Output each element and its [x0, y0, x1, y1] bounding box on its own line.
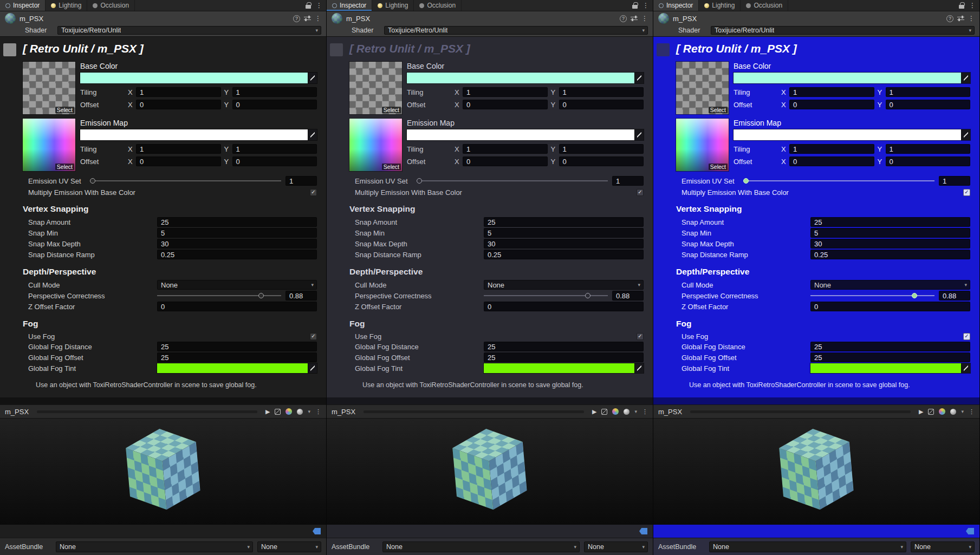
eyedropper-icon[interactable]	[961, 73, 970, 83]
emission-tiling-y-field[interactable]: 1	[232, 144, 317, 154]
base-color-swatch[interactable]	[734, 73, 970, 83]
base-offset-x-field[interactable]: 0	[789, 100, 874, 109]
material-preview-viewport[interactable]	[653, 419, 979, 525]
emission-texture-slot[interactable]: Select	[23, 119, 75, 171]
tab-lighting[interactable]: Lighting	[372, 0, 414, 11]
global-fog-tint-swatch[interactable]	[810, 363, 970, 373]
tab-inspector[interactable]: Inspector	[0, 0, 46, 11]
preview-kebab-icon[interactable]: ⋮	[642, 409, 648, 415]
header-kebab-icon[interactable]: ⋮	[315, 15, 321, 22]
lock-icon[interactable]	[306, 5, 311, 9]
global-fog-distance-field[interactable]: 25	[157, 342, 317, 351]
base-tiling-x-field[interactable]: 1	[463, 87, 548, 97]
tab-inspector[interactable]: Inspector	[327, 0, 372, 11]
eyedropper-icon[interactable]	[634, 363, 644, 373]
tab-occlusion[interactable]: Occlusion	[87, 0, 135, 11]
emission-tiling-x-field[interactable]: 1	[789, 144, 874, 154]
base-tiling-x-field[interactable]: 1	[789, 87, 874, 97]
base-offset-y-field[interactable]: 0	[559, 100, 644, 109]
eyedropper-icon[interactable]	[961, 129, 970, 140]
cull-mode-dropdown[interactable]: None ▾	[810, 280, 970, 290]
z-offset-factor-field[interactable]: 0	[810, 302, 970, 311]
slider-knob[interactable]	[90, 178, 95, 184]
help-icon[interactable]: ?	[293, 15, 300, 22]
emission-offset-y-field[interactable]: 0	[886, 156, 971, 166]
emission-tiling-y-field[interactable]: 1	[559, 144, 644, 154]
slider-knob[interactable]	[743, 178, 749, 184]
emission-uv-set-field[interactable]: 1	[939, 176, 970, 186]
select-button[interactable]: Select	[382, 107, 401, 113]
assetbundle-dropdown[interactable]: None ▾	[56, 541, 253, 552]
lock-icon[interactable]	[632, 5, 638, 9]
global-fog-tint-swatch[interactable]	[484, 363, 644, 373]
preview-drag-handle[interactable]	[364, 410, 584, 413]
presets-icon[interactable]	[304, 16, 311, 22]
play-icon[interactable]: ▶	[919, 409, 923, 415]
snap-distance-ramp-field[interactable]: 0.25	[810, 250, 970, 259]
play-icon[interactable]: ▶	[265, 409, 270, 415]
base-color-texture-slot[interactable]: Select	[23, 62, 75, 114]
global-fog-distance-field[interactable]: 25	[810, 342, 970, 351]
use-fog-checkbox[interactable]: ✓	[310, 333, 317, 340]
slider-knob[interactable]	[912, 293, 917, 298]
perspective-correctness-field[interactable]: 0.88	[285, 291, 317, 301]
snap-max-depth-field[interactable]: 30	[157, 239, 317, 249]
emission-color-swatch[interactable]	[734, 129, 970, 140]
base-offset-y-field[interactable]: 0	[232, 100, 317, 109]
emission-uv-set-field[interactable]: 1	[285, 176, 317, 186]
lock-icon[interactable]	[959, 5, 964, 9]
preview-header[interactable]: m_PSX ▶ ▾ ⋮	[327, 404, 653, 419]
kebab-menu-icon[interactable]: ⋮	[642, 2, 649, 9]
preview-header[interactable]: m_PSX ▶ ▾ ⋮	[653, 404, 979, 419]
perspective-correctness-slider[interactable]	[810, 292, 934, 299]
z-offset-factor-field[interactable]: 0	[157, 302, 317, 311]
preview-model-selector[interactable]: ▾	[624, 409, 637, 415]
emission-uv-set-slider[interactable]	[417, 177, 608, 185]
base-color-swatch[interactable]	[407, 73, 644, 83]
base-color-texture-slot[interactable]: Select	[676, 62, 729, 114]
assetbundle-dropdown[interactable]: None ▾	[382, 541, 580, 552]
emission-tiling-x-field[interactable]: 1	[136, 144, 221, 154]
color-channels-icon[interactable]	[285, 408, 292, 415]
assetbundle-variant-dropdown[interactable]: None ▾	[584, 541, 648, 552]
assetbundle-variant-dropdown[interactable]: None ▾	[257, 541, 321, 552]
base-offset-x-field[interactable]: 0	[136, 100, 221, 109]
emission-color-swatch[interactable]	[407, 129, 644, 140]
eyedropper-icon[interactable]	[308, 129, 317, 140]
base-color-swatch[interactable]	[80, 73, 317, 83]
foldout-chip[interactable]	[330, 43, 343, 56]
perspective-correctness-slider[interactable]	[157, 292, 281, 299]
slider-knob[interactable]	[258, 293, 264, 298]
shader-dropdown[interactable]: Toxijuice/Retro/Unlit ▾	[57, 26, 321, 35]
select-button[interactable]: Select	[709, 107, 728, 113]
use-fog-checkbox[interactable]: ✓	[963, 333, 970, 340]
mesh-preview-icon[interactable]	[275, 409, 281, 415]
select-button[interactable]: Select	[709, 164, 728, 170]
base-tiling-y-field[interactable]: 1	[886, 87, 971, 97]
color-channels-icon[interactable]	[939, 408, 945, 415]
base-tiling-y-field[interactable]: 1	[232, 87, 317, 97]
presets-icon[interactable]	[957, 16, 964, 22]
tab-occlusion[interactable]: Occlusion	[414, 0, 462, 11]
tab-occlusion[interactable]: Occlusion	[741, 0, 788, 11]
global-fog-offset-field[interactable]: 25	[810, 352, 970, 362]
preview-kebab-icon[interactable]: ⋮	[315, 409, 321, 415]
asset-label-tag-icon[interactable]	[313, 528, 321, 534]
cull-mode-dropdown[interactable]: None ▾	[484, 280, 644, 290]
base-tiling-x-field[interactable]: 1	[136, 87, 221, 97]
shader-dropdown[interactable]: Toxijuice/Retro/Unlit ▾	[711, 26, 975, 35]
eyedropper-icon[interactable]	[308, 363, 317, 373]
preview-kebab-icon[interactable]: ⋮	[969, 409, 975, 415]
foldout-chip[interactable]	[657, 43, 670, 56]
perspective-correctness-field[interactable]: 0.88	[612, 291, 644, 301]
snap-distance-ramp-field[interactable]: 0.25	[157, 250, 317, 259]
assetbundle-dropdown[interactable]: None ▾	[709, 541, 906, 552]
snap-amount-field[interactable]: 25	[810, 217, 970, 227]
shader-dropdown[interactable]: Toxijuice/Retro/Unlit ▾	[384, 26, 648, 35]
assetbundle-variant-dropdown[interactable]: None ▾	[911, 541, 975, 552]
snap-max-depth-field[interactable]: 30	[484, 239, 644, 249]
snap-amount-field[interactable]: 25	[157, 217, 317, 227]
base-offset-x-field[interactable]: 0	[463, 100, 548, 109]
select-button[interactable]: Select	[55, 107, 74, 113]
header-kebab-icon[interactable]: ⋮	[968, 15, 975, 22]
